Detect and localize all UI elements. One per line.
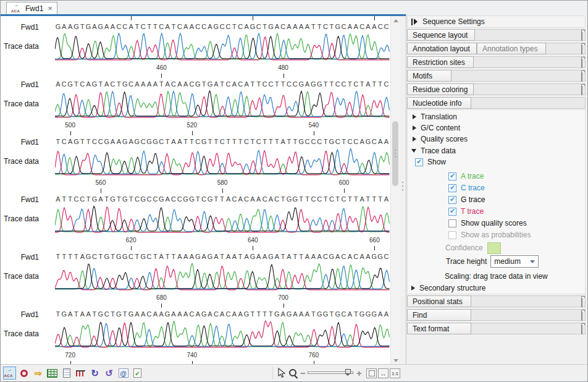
trace-checkbox-row-c[interactable]: ✔C trace [448,183,485,193]
nucleotide-info-button[interactable]: Nucleotide info [407,97,471,109]
expand-arrow-icon[interactable] [413,114,416,119]
residue-coloring-button[interactable]: Residue coloring [407,83,474,95]
trace-data-label: Trace data [1,157,39,166]
section-residue-coloring: Residue coloring [407,83,586,95]
section-nucleotide-info: Nucleotide info [407,97,586,109]
motifs-button[interactable]: Motifs [407,70,452,82]
undock-group-icon[interactable] [581,72,582,81]
zoom-tool-icon[interactable] [287,367,300,380]
primer-design-view-icon[interactable]: ↺ [103,367,116,380]
annotation-layout-button[interactable]: Annotation layout [407,43,477,54]
sequence-letters: TCAGTTCCGAAGAGCGGCTAATTCGTTCTTTCTCTTTATT… [55,137,389,146]
sequence-name-label: Fwd1 [1,310,39,319]
ruler-tick-mark [192,131,193,135]
ruler-tick-mark [131,246,132,250]
sequence-name-label: Fwd1 [1,138,39,146]
confidence-row: Confidence [445,242,501,254]
fit-width-icon[interactable]: ↔ [378,368,388,378]
undock-group-icon[interactable] [581,325,582,334]
sequence-name-label: Fwd1 [1,195,39,204]
zoom-out-icon[interactable]: − [300,367,306,380]
ruler-position-label: 500 [65,122,75,129]
ruler-tick-mark [161,74,162,78]
sequence-name-label: Fwd1 [1,253,39,261]
checkbox-icon[interactable] [448,231,456,239]
ruler-tick-mark [344,189,345,193]
sequence-view-icon[interactable]: →ACA [3,367,16,380]
undock-group-icon[interactable] [581,59,582,67]
collapse-sidebar-icon[interactable] [411,19,418,25]
sequence-view-pane[interactable]: 400420440Fwd1GAAGTGAGAACCATCTTCATCAACCAG… [1,16,390,365]
scrollbar-thumb[interactable] [392,121,398,186]
checkbox-icon[interactable] [448,219,456,227]
tab-bar: →ACA Fwd1 × [1,1,587,14]
ruler-tick-mark [70,131,71,135]
section-annotation-layout: Annotation layout Annotation types [407,43,586,54]
text-view-icon[interactable] [60,367,73,380]
ruler-tick-mark [284,303,284,308]
zoom-slider[interactable] [308,371,353,374]
checkbox-icon[interactable]: ✔ [448,196,456,204]
table-view-icon[interactable] [46,367,59,380]
restriction-sites-button[interactable]: Restriction sites [407,56,474,68]
tab-fwd1[interactable]: →ACA Fwd1 × [6,2,57,14]
sequence-letters: ATTCCTGATGTGTCGCCGACCGGTCGTTACACAACACTGG… [55,195,389,203]
undock-group-icon[interactable] [581,45,582,54]
undock-group-icon[interactable] [581,312,582,320]
checkbox-icon[interactable]: ✔ [448,172,456,180]
find-button[interactable]: Find [407,309,471,321]
selection-tool-icon[interactable] [275,367,288,380]
show-as-probabilities-row[interactable]: Show as probabilities [448,230,531,240]
fit-selection-icon[interactable] [366,368,377,378]
sequence-layout-button[interactable]: Sequence layout [407,29,475,41]
vertical-scrollbar[interactable] [390,16,400,365]
cloning-view-icon[interactable]: ↻ [88,367,101,380]
trace-checkbox-row-g[interactable]: ✔G trace [448,195,485,205]
positional-stats-button[interactable]: Positional stats [407,295,471,307]
zoom-100-icon[interactable]: 1:1 [390,368,400,378]
checkbox-icon[interactable]: ✔ [448,208,456,216]
history-view-icon[interactable]: @ [117,367,130,380]
undock-group-icon[interactable] [581,32,582,40]
confidence-color-swatch [487,242,501,254]
collapse-arrow-icon[interactable] [411,149,416,153]
zoom-slider-thumb[interactable] [345,369,351,374]
scroll-up-arrow[interactable] [391,16,400,25]
ruler-tick-mark [253,246,253,250]
element-info-view-icon[interactable]: ✔ [131,367,144,380]
ruler-position-label: 760 [308,352,319,359]
circular-view-icon[interactable] [17,367,30,380]
expand-arrow-icon[interactable] [413,137,416,142]
tree-item-trace-data[interactable]: Trace data [411,146,456,156]
zoom-in-icon[interactable]: + [356,367,362,380]
checkbox-icon[interactable]: ✔ [448,184,456,192]
trace-checkbox-row-a[interactable]: ✔A trace [448,171,484,181]
expand-arrow-icon[interactable] [411,286,415,291]
chromatogram-trace [55,33,390,61]
tree-item-secondary-structure[interactable]: Secondary structure [411,283,485,293]
annotation-table-view-icon[interactable]: ⇒ [32,367,44,380]
tree-item-translation[interactable]: Translation [413,112,457,122]
section-text-format: Text format [407,323,586,334]
show-trace-checkbox-row[interactable]: ✔ Show [415,157,446,167]
sequence-settings-panel: Sequence Settings Sequence layout Annota… [406,14,588,365]
trace-checkbox-row-t[interactable]: ✔T trace [448,206,484,216]
tab-close-icon[interactable]: × [48,4,52,12]
chevron-down-icon [530,260,535,263]
text-format-button[interactable]: Text format [407,323,471,334]
trace-height-dropdown[interactable]: medium [490,255,539,268]
panel-splitter[interactable] [400,16,406,365]
tree-item-gc-content[interactable]: G/C content [413,123,460,133]
trace-height-row: Trace height medium [446,255,539,268]
tree-item-quality-scores[interactable]: Quality scores [413,134,468,144]
chromatogram-trace [55,148,390,176]
show-quality-scores-row[interactable]: Show quality scores [448,218,527,228]
trace-data-label: Trace data [1,329,39,338]
annotation-types-button[interactable]: Annotation types [477,43,546,54]
expand-arrow-icon[interactable] [413,125,416,130]
checkbox-icon[interactable]: ✔ [415,158,423,166]
undock-group-icon[interactable] [581,86,582,95]
undock-group-icon[interactable] [581,298,582,307]
restriction-map-view-icon[interactable] [74,367,87,380]
ruler-position-label: 720 [65,352,75,359]
